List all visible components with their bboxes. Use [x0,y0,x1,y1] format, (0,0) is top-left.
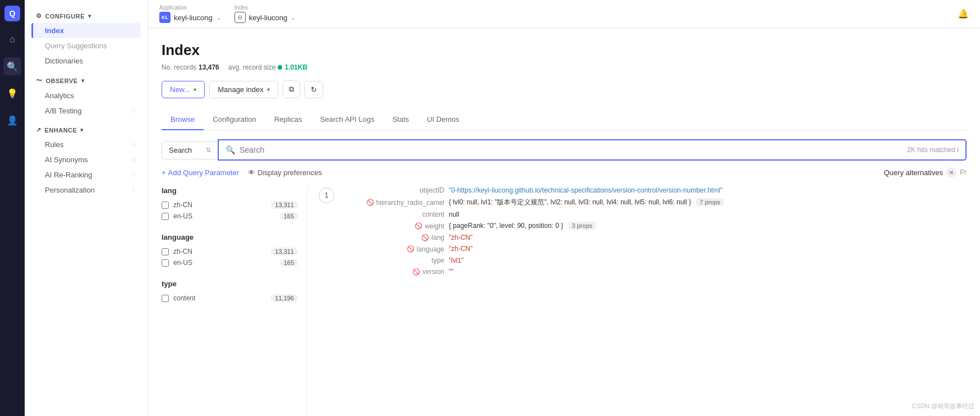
new-button[interactable]: New... ▾ [162,81,205,98]
sidebar-item-ai-reranking[interactable]: AI Re-Ranking ☆ [31,167,141,182]
no-records-label: No. records [162,63,196,71]
field-value-version: "" [449,268,454,276]
topbar: Application KL keyl-liucong ⌄ Index ⊟ ke… [148,0,980,28]
facet-checkbox-language-enus[interactable] [162,259,169,267]
field-objectid: objectID "0-https://keyl-liucong.github.… [343,186,967,194]
facet-title-lang: lang [162,186,298,195]
eye-icon-lang: 🚫 [421,234,429,241]
sidebar-item-dictionaries[interactable]: Dictionaries [31,53,141,68]
enhance-header[interactable]: ↗ ENHANCE ▾ [31,123,141,137]
alternatives-close-button[interactable]: ✕ [946,167,956,177]
sidebar-item-ab-testing[interactable]: A/B Testing ☆ [31,103,141,118]
facet-item-type-content[interactable]: content 11,196 [162,292,298,304]
star-icon-reranking[interactable]: ☆ [131,171,136,179]
activity-icon: 〜 [36,76,43,85]
sidebar-item-ai-synonyms[interactable]: AI Synonyms ☆ [31,152,141,167]
refresh-icon: ↻ [311,85,317,94]
avg-record-value: 1.01KB [284,63,307,71]
field-language: 🚫 language "zh-CN" [343,245,967,253]
observe-label: OBSERVE [46,77,78,84]
tab-ui-demos[interactable]: UI Demos [418,109,468,130]
star-icon[interactable]: ☆ [131,107,136,115]
user-icon[interactable]: 👤 [3,111,21,129]
tab-configuration[interactable]: Configuration [204,109,265,130]
facet-item-language-zhcn[interactable]: zh-CN 13,311 [162,246,298,257]
configure-section: ⚙ CONFIGURE ▾ Index Query Suggestions Di… [25,9,148,68]
display-preferences-button[interactable]: 👁 Display preferences [248,168,322,177]
sidebar-item-analytics[interactable]: Analytics [31,88,141,103]
tab-search-api-logs[interactable]: Search API Logs [311,109,384,130]
content-area: Index No. records 13,476 avg. record siz… [148,28,980,416]
tab-replicas[interactable]: Replicas [265,109,311,130]
facet-title-language: language [162,233,298,241]
chevron-down-icon-2: ▾ [81,77,85,84]
sidebar-item-index[interactable]: Index [31,23,141,38]
eye-icon-language: 🚫 [407,245,415,253]
refresh-button[interactable]: ↻ [305,81,323,98]
add-query-param-button[interactable]: + Add Query Parameter [162,168,239,177]
sidebar-item-rules[interactable]: Rules ☆ [31,137,141,152]
icon-bar: Q ⌂ 🔍 💡 👤 [0,0,25,416]
star-icon-synonyms[interactable]: ☆ [131,156,136,163]
application-field: Application KL keyl-liucong ⌄ [159,4,221,23]
index-badge-icon: ⊟ [234,12,246,23]
props-badge-weight: 3 props [568,222,596,230]
query-alternatives-tag: Query alternatives ✕ Pr [884,167,967,177]
star-icon-rules[interactable]: ☆ [131,141,136,148]
index-value: keyl-liucong [249,13,288,22]
index-label: Index [234,4,296,11]
field-value-weight: { pageRank: "0", level: 90, position: 0 … [449,222,596,230]
search-type-arrows: ⇅ [206,147,211,154]
field-weight: 🚫 weight { pageRank: "0", level: 90, pos… [343,222,967,230]
facet-checkbox-lang-enus[interactable] [162,213,169,220]
facet-item-lang-zhcn[interactable]: zh-CN 13,311 [162,199,298,211]
configure-header[interactable]: ⚙ CONFIGURE ▾ [31,9,141,23]
manage-index-button[interactable]: Manage index ▾ [209,81,278,98]
field-name-objectid: objectID [343,186,444,194]
tab-stats[interactable]: Stats [383,109,418,130]
copy-button[interactable]: ⧉ [283,80,300,98]
search-input[interactable] [240,145,903,154]
star-icon-personalization[interactable]: ☆ [131,186,136,194]
enhance-icon: ↗ [36,126,42,134]
search-type-select[interactable]: Search ⇅ [162,141,218,159]
facet-item-language-enus[interactable]: en-US 165 [162,257,298,268]
facet-checkbox-language-zhcn[interactable] [162,248,169,255]
search-icon: 🔍 [226,145,235,154]
eye-pref-icon: 👁 [248,168,255,177]
application-value: keyl-liucong [174,13,213,22]
field-name-type: type [343,257,444,264]
facet-checkbox-type-content[interactable] [162,295,169,302]
main-content: Application KL keyl-liucong ⌄ Index ⊟ ke… [148,0,980,416]
sidebar-item-personalization[interactable]: Personalization ☆ [31,182,141,198]
sidebar-item-query-suggestions[interactable]: Query Suggestions [31,38,141,53]
search-nav-icon[interactable]: 🔍 [3,57,21,75]
home-icon[interactable]: ⌂ [3,30,21,48]
application-label: Application [159,4,221,11]
tab-browse[interactable]: Browse [162,109,204,130]
bulb-icon[interactable]: 💡 [3,84,21,102]
observe-header[interactable]: 〜 OBSERVE ▾ [31,73,141,88]
search-area: Search ⇅ 🔍 2K hits matched i [162,139,967,161]
field-name-hierarchy: 🚫 hierarchy_radio_camel [343,199,444,207]
facet-item-lang-enus[interactable]: en-US 165 [162,211,298,222]
green-dot [278,65,282,70]
bell-button[interactable]: 🔔 [958,8,969,19]
facet-checkbox-lang-zhcn[interactable] [162,202,169,209]
field-name-language: 🚫 language [343,245,444,253]
chevron-down-icon-3: ▾ [80,127,84,133]
index-selector[interactable]: ⊟ keyl-liucong ⌄ [234,12,296,23]
action-row: New... ▾ Manage index ▾ ⧉ ↻ [162,80,967,98]
chevron-down-icon: ▾ [88,13,91,19]
page-meta: No. records 13,476 avg. record size 1.01… [162,63,967,71]
eye-icon-hierarchy: 🚫 [366,199,374,206]
page-title: Index [162,42,967,59]
index-field: Index ⊟ keyl-liucong ⌄ [234,4,296,23]
avg-record-label: avg. record size [228,63,276,71]
search-input-wrap: 🔍 2K hits matched i [218,139,967,161]
facet-group-lang: lang zh-CN 13,311 en-US 165 [162,186,298,222]
field-value-lang: "zh-CN" [449,234,473,241]
eye-icon-weight: 🚫 [415,222,422,230]
record-number: 1 [319,188,334,203]
application-selector[interactable]: KL keyl-liucong ⌄ [159,12,221,23]
